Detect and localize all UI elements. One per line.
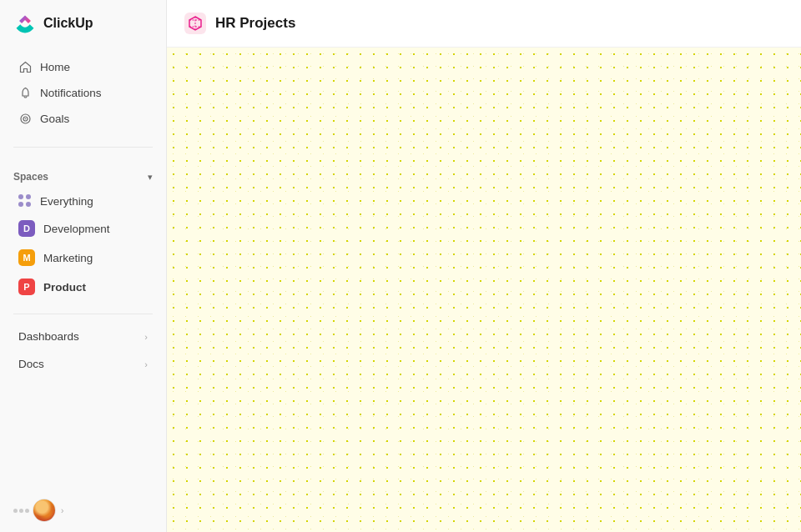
sidebar-item-everything-label: Everything: [40, 195, 93, 208]
home-icon: [18, 60, 32, 73]
sidebar-bottom: ›: [0, 489, 166, 532]
spaces-label: Spaces: [13, 171, 48, 183]
chevron-right-icon: ›: [144, 332, 148, 342]
everything-grid-icon: [18, 194, 32, 208]
main-content: HR Projects: [167, 0, 801, 532]
development-badge: D: [18, 220, 35, 237]
sidebar-item-home-label: Home: [40, 61, 70, 73]
nav-divider: [13, 147, 153, 148]
user-avatar[interactable]: [33, 499, 56, 522]
logo-text: ClickUp: [43, 16, 93, 31]
dotted-background: [167, 48, 801, 532]
spaces-header[interactable]: Spaces ▾: [0, 166, 166, 188]
product-badge: P: [18, 279, 35, 295]
page-title: HR Projects: [215, 15, 295, 32]
sidebar-nav: Home Notifications Goals: [0, 47, 166, 138]
sidebar-item-home[interactable]: Home: [5, 54, 161, 79]
sidebar-item-development-label: Development: [43, 223, 110, 235]
logo[interactable]: ClickUp: [0, 0, 166, 47]
sidebar-item-product-label: Product: [43, 281, 86, 294]
avatar-group[interactable]: ›: [13, 499, 63, 522]
avatar-chevron: ›: [61, 506, 63, 515]
avatar-dots: [13, 509, 29, 513]
main-header: HR Projects: [167, 0, 801, 48]
clickup-logo-icon: [13, 12, 37, 35]
chevron-right-icon-docs: ›: [144, 359, 148, 369]
page-icon: [184, 12, 207, 35]
svg-point-3: [24, 118, 26, 119]
sidebar-item-development[interactable]: D Development: [5, 214, 161, 243]
sidebar-item-everything[interactable]: Everything: [5, 188, 161, 213]
spaces-divider: [13, 314, 153, 314]
sidebar-item-goals[interactable]: Goals: [5, 106, 161, 131]
bell-icon: [18, 86, 32, 99]
sidebar-item-product[interactable]: P Product: [5, 273, 161, 301]
spaces-section: Spaces ▾ Everything D Development M Mark…: [0, 156, 166, 305]
sidebar-item-notifications[interactable]: Notifications: [5, 80, 161, 105]
chevron-down-icon: ▾: [148, 172, 153, 183]
dashboards-label: Dashboards: [18, 330, 79, 343]
sidebar-item-notifications-label: Notifications: [40, 87, 102, 99]
docs-label: Docs: [18, 358, 44, 370]
sidebar-item-marketing-label: Marketing: [43, 252, 93, 264]
sidebar-item-marketing[interactable]: M Marketing: [5, 243, 161, 272]
sidebar-item-dashboards[interactable]: Dashboards ›: [5, 324, 161, 349]
goals-icon: [18, 112, 32, 125]
sidebar-item-docs[interactable]: Docs ›: [5, 351, 161, 377]
main-body: [167, 48, 801, 532]
sidebar: ClickUp Home Notifications: [0, 0, 167, 532]
marketing-badge: M: [18, 249, 35, 266]
sidebar-item-goals-label: Goals: [40, 113, 69, 125]
